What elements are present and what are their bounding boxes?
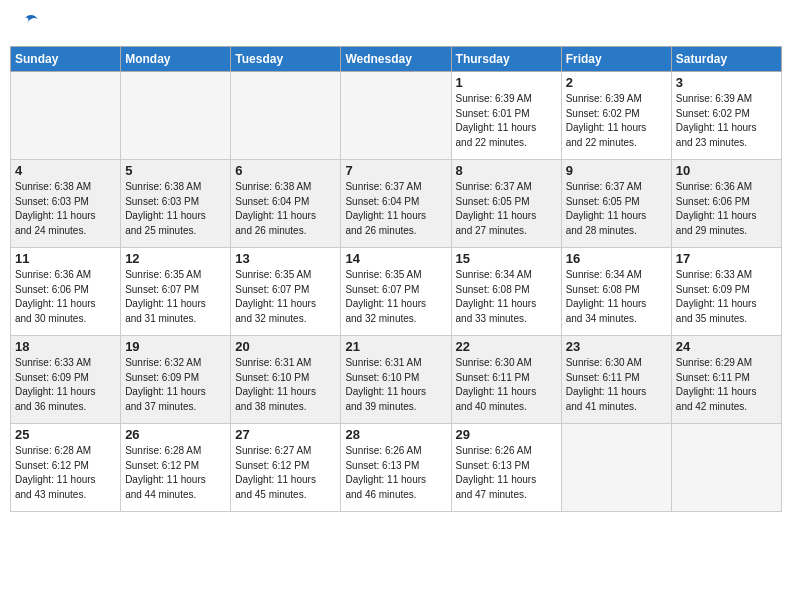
- day-info: Sunrise: 6:26 AMSunset: 6:13 PMDaylight:…: [345, 444, 446, 502]
- calendar-cell: 19Sunrise: 6:32 AMSunset: 6:09 PMDayligh…: [121, 336, 231, 424]
- day-info: Sunrise: 6:31 AMSunset: 6:10 PMDaylight:…: [345, 356, 446, 414]
- calendar-cell: 2Sunrise: 6:39 AMSunset: 6:02 PMDaylight…: [561, 72, 671, 160]
- day-info: Sunrise: 6:37 AMSunset: 6:04 PMDaylight:…: [345, 180, 446, 238]
- calendar-cell: 5Sunrise: 6:38 AMSunset: 6:03 PMDaylight…: [121, 160, 231, 248]
- calendar-cell: 12Sunrise: 6:35 AMSunset: 6:07 PMDayligh…: [121, 248, 231, 336]
- day-number: 22: [456, 339, 557, 354]
- day-number: 3: [676, 75, 777, 90]
- calendar-cell: 18Sunrise: 6:33 AMSunset: 6:09 PMDayligh…: [11, 336, 121, 424]
- day-number: 5: [125, 163, 226, 178]
- day-info: Sunrise: 6:34 AMSunset: 6:08 PMDaylight:…: [566, 268, 667, 326]
- day-number: 12: [125, 251, 226, 266]
- calendar-cell: [231, 72, 341, 160]
- day-info: Sunrise: 6:29 AMSunset: 6:11 PMDaylight:…: [676, 356, 777, 414]
- weekday-header-saturday: Saturday: [671, 47, 781, 72]
- page-header: [10, 10, 782, 38]
- day-number: 16: [566, 251, 667, 266]
- calendar-cell: 17Sunrise: 6:33 AMSunset: 6:09 PMDayligh…: [671, 248, 781, 336]
- weekday-header-friday: Friday: [561, 47, 671, 72]
- day-number: 7: [345, 163, 446, 178]
- calendar-cell: 24Sunrise: 6:29 AMSunset: 6:11 PMDayligh…: [671, 336, 781, 424]
- calendar-cell: 15Sunrise: 6:34 AMSunset: 6:08 PMDayligh…: [451, 248, 561, 336]
- calendar-table: SundayMondayTuesdayWednesdayThursdayFrid…: [10, 46, 782, 512]
- day-info: Sunrise: 6:38 AMSunset: 6:04 PMDaylight:…: [235, 180, 336, 238]
- calendar-cell: 7Sunrise: 6:37 AMSunset: 6:04 PMDaylight…: [341, 160, 451, 248]
- calendar-cell: 14Sunrise: 6:35 AMSunset: 6:07 PMDayligh…: [341, 248, 451, 336]
- day-number: 11: [15, 251, 116, 266]
- calendar-cell: 9Sunrise: 6:37 AMSunset: 6:05 PMDaylight…: [561, 160, 671, 248]
- week-row-2: 4Sunrise: 6:38 AMSunset: 6:03 PMDaylight…: [11, 160, 782, 248]
- day-number: 28: [345, 427, 446, 442]
- day-info: Sunrise: 6:39 AMSunset: 6:02 PMDaylight:…: [566, 92, 667, 150]
- calendar-cell: 13Sunrise: 6:35 AMSunset: 6:07 PMDayligh…: [231, 248, 341, 336]
- day-info: Sunrise: 6:30 AMSunset: 6:11 PMDaylight:…: [566, 356, 667, 414]
- logo: [10, 10, 40, 38]
- day-info: Sunrise: 6:39 AMSunset: 6:01 PMDaylight:…: [456, 92, 557, 150]
- day-number: 17: [676, 251, 777, 266]
- day-info: Sunrise: 6:35 AMSunset: 6:07 PMDaylight:…: [235, 268, 336, 326]
- calendar-cell: 1Sunrise: 6:39 AMSunset: 6:01 PMDaylight…: [451, 72, 561, 160]
- calendar-cell: 25Sunrise: 6:28 AMSunset: 6:12 PMDayligh…: [11, 424, 121, 512]
- day-info: Sunrise: 6:35 AMSunset: 6:07 PMDaylight:…: [345, 268, 446, 326]
- calendar-cell: 29Sunrise: 6:26 AMSunset: 6:13 PMDayligh…: [451, 424, 561, 512]
- weekday-header-monday: Monday: [121, 47, 231, 72]
- day-number: 6: [235, 163, 336, 178]
- day-info: Sunrise: 6:35 AMSunset: 6:07 PMDaylight:…: [125, 268, 226, 326]
- calendar-cell: 10Sunrise: 6:36 AMSunset: 6:06 PMDayligh…: [671, 160, 781, 248]
- day-number: 13: [235, 251, 336, 266]
- day-number: 18: [15, 339, 116, 354]
- weekday-header-sunday: Sunday: [11, 47, 121, 72]
- day-number: 8: [456, 163, 557, 178]
- day-number: 26: [125, 427, 226, 442]
- calendar-cell: 16Sunrise: 6:34 AMSunset: 6:08 PMDayligh…: [561, 248, 671, 336]
- calendar-cell: [11, 72, 121, 160]
- week-row-4: 18Sunrise: 6:33 AMSunset: 6:09 PMDayligh…: [11, 336, 782, 424]
- day-info: Sunrise: 6:33 AMSunset: 6:09 PMDaylight:…: [676, 268, 777, 326]
- week-row-5: 25Sunrise: 6:28 AMSunset: 6:12 PMDayligh…: [11, 424, 782, 512]
- day-number: 14: [345, 251, 446, 266]
- calendar-cell: [121, 72, 231, 160]
- day-number: 9: [566, 163, 667, 178]
- day-number: 1: [456, 75, 557, 90]
- day-number: 27: [235, 427, 336, 442]
- day-info: Sunrise: 6:38 AMSunset: 6:03 PMDaylight:…: [15, 180, 116, 238]
- calendar-cell: 4Sunrise: 6:38 AMSunset: 6:03 PMDaylight…: [11, 160, 121, 248]
- calendar-cell: [561, 424, 671, 512]
- day-number: 25: [15, 427, 116, 442]
- calendar-cell: 20Sunrise: 6:31 AMSunset: 6:10 PMDayligh…: [231, 336, 341, 424]
- day-number: 20: [235, 339, 336, 354]
- calendar-cell: [671, 424, 781, 512]
- week-row-3: 11Sunrise: 6:36 AMSunset: 6:06 PMDayligh…: [11, 248, 782, 336]
- day-info: Sunrise: 6:27 AMSunset: 6:12 PMDaylight:…: [235, 444, 336, 502]
- day-info: Sunrise: 6:37 AMSunset: 6:05 PMDaylight:…: [566, 180, 667, 238]
- day-number: 4: [15, 163, 116, 178]
- calendar-cell: 21Sunrise: 6:31 AMSunset: 6:10 PMDayligh…: [341, 336, 451, 424]
- day-info: Sunrise: 6:26 AMSunset: 6:13 PMDaylight:…: [456, 444, 557, 502]
- calendar-cell: 28Sunrise: 6:26 AMSunset: 6:13 PMDayligh…: [341, 424, 451, 512]
- day-info: Sunrise: 6:30 AMSunset: 6:11 PMDaylight:…: [456, 356, 557, 414]
- day-number: 24: [676, 339, 777, 354]
- day-number: 2: [566, 75, 667, 90]
- day-number: 10: [676, 163, 777, 178]
- calendar-cell: 6Sunrise: 6:38 AMSunset: 6:04 PMDaylight…: [231, 160, 341, 248]
- day-info: Sunrise: 6:36 AMSunset: 6:06 PMDaylight:…: [15, 268, 116, 326]
- calendar-cell: 26Sunrise: 6:28 AMSunset: 6:12 PMDayligh…: [121, 424, 231, 512]
- day-info: Sunrise: 6:31 AMSunset: 6:10 PMDaylight:…: [235, 356, 336, 414]
- calendar-cell: [341, 72, 451, 160]
- calendar-cell: 11Sunrise: 6:36 AMSunset: 6:06 PMDayligh…: [11, 248, 121, 336]
- day-info: Sunrise: 6:32 AMSunset: 6:09 PMDaylight:…: [125, 356, 226, 414]
- day-info: Sunrise: 6:38 AMSunset: 6:03 PMDaylight:…: [125, 180, 226, 238]
- day-number: 21: [345, 339, 446, 354]
- calendar-cell: 22Sunrise: 6:30 AMSunset: 6:11 PMDayligh…: [451, 336, 561, 424]
- day-info: Sunrise: 6:28 AMSunset: 6:12 PMDaylight:…: [15, 444, 116, 502]
- day-info: Sunrise: 6:36 AMSunset: 6:06 PMDaylight:…: [676, 180, 777, 238]
- calendar-cell: 23Sunrise: 6:30 AMSunset: 6:11 PMDayligh…: [561, 336, 671, 424]
- day-number: 15: [456, 251, 557, 266]
- header-row: SundayMondayTuesdayWednesdayThursdayFrid…: [11, 47, 782, 72]
- weekday-header-wednesday: Wednesday: [341, 47, 451, 72]
- calendar-cell: 8Sunrise: 6:37 AMSunset: 6:05 PMDaylight…: [451, 160, 561, 248]
- day-number: 29: [456, 427, 557, 442]
- day-info: Sunrise: 6:28 AMSunset: 6:12 PMDaylight:…: [125, 444, 226, 502]
- day-info: Sunrise: 6:37 AMSunset: 6:05 PMDaylight:…: [456, 180, 557, 238]
- logo-icon: [12, 10, 40, 38]
